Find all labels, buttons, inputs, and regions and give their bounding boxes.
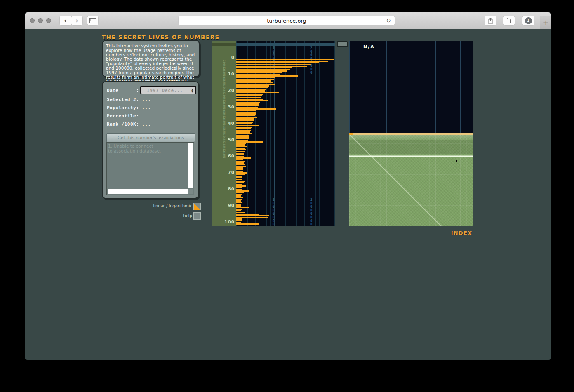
- bar-row[interactable]: [236, 161, 245, 162]
- bar-row[interactable]: [236, 179, 242, 180]
- bar-row[interactable]: [236, 103, 259, 105]
- bar-row[interactable]: [236, 128, 251, 129]
- bar-row[interactable]: [236, 143, 246, 144]
- bar-row[interactable]: [236, 218, 242, 220]
- bar-row[interactable]: [236, 151, 245, 152]
- index-panel[interactable]: N/A: [349, 41, 473, 226]
- bar-row[interactable]: [236, 75, 298, 77]
- bar-row[interactable]: [236, 67, 292, 68]
- mini-gray-box[interactable]: [337, 41, 348, 47]
- bar-row[interactable]: [236, 123, 252, 124]
- bar-row[interactable]: [236, 223, 259, 225]
- bar-row[interactable]: [236, 102, 260, 103]
- bar-row[interactable]: [236, 146, 247, 147]
- bar-row[interactable]: [236, 69, 290, 70]
- bar-row[interactable]: [236, 205, 241, 207]
- bar-row[interactable]: [236, 220, 242, 221]
- bar-row[interactable]: [236, 136, 249, 138]
- bar-row[interactable]: [236, 153, 244, 154]
- bar-row[interactable]: [236, 189, 242, 190]
- back-button[interactable]: ‹: [59, 16, 71, 26]
- bar-row[interactable]: [236, 177, 242, 178]
- bar-row[interactable]: [236, 127, 252, 128]
- bar-row[interactable]: [236, 110, 256, 111]
- bar-row[interactable]: [236, 133, 252, 134]
- bar-row[interactable]: [236, 192, 244, 193]
- bar-row[interactable]: [236, 141, 263, 143]
- bar-row[interactable]: [236, 84, 275, 85]
- bar-row[interactable]: [236, 59, 334, 60]
- bar-row[interactable]: [236, 72, 282, 73]
- bar-row[interactable]: [236, 64, 311, 65]
- new-tab-button[interactable]: +: [540, 16, 551, 29]
- bar-row[interactable]: [236, 181, 245, 182]
- bar-row[interactable]: [236, 162, 244, 164]
- help-button[interactable]: [193, 212, 201, 220]
- downloads-button[interactable]: ↓: [522, 16, 534, 26]
- bar-row[interactable]: [236, 92, 279, 93]
- bar-row[interactable]: [236, 209, 242, 210]
- bar-row[interactable]: [236, 148, 245, 149]
- horizontal-scrollbar[interactable]: [108, 189, 188, 194]
- bar-row[interactable]: [236, 130, 251, 131]
- bar-row[interactable]: [236, 207, 249, 208]
- bar-row[interactable]: [236, 62, 319, 63]
- bar-row[interactable]: [236, 190, 249, 192]
- bar-row[interactable]: [236, 176, 242, 177]
- bar-row[interactable]: [236, 144, 245, 146]
- bar-row[interactable]: [236, 66, 307, 67]
- y-axis-strip[interactable]: 0102030405060708090100 12345678901234567…: [212, 41, 236, 226]
- bar-row[interactable]: [236, 217, 268, 218]
- bar-row[interactable]: [236, 195, 241, 197]
- bar-row[interactable]: [236, 157, 251, 159]
- bar-row[interactable]: [236, 100, 268, 101]
- bar-row[interactable]: [236, 214, 259, 215]
- bar-row[interactable]: [236, 212, 245, 213]
- bar-row[interactable]: [236, 167, 243, 169]
- bar-row[interactable]: [236, 70, 287, 72]
- bar-row[interactable]: [236, 122, 253, 123]
- bar-row[interactable]: [236, 89, 266, 90]
- bar-row[interactable]: [236, 61, 328, 62]
- tab-overview-button[interactable]: [503, 16, 515, 26]
- bar-row[interactable]: [236, 79, 274, 80]
- bar-row[interactable]: [236, 138, 249, 139]
- bar-row[interactable]: [236, 77, 275, 78]
- bar-row[interactable]: [236, 107, 258, 108]
- bar-row[interactable]: [236, 187, 242, 188]
- get-associations-button[interactable]: Get this number's associations: [106, 133, 195, 142]
- bar-row[interactable]: [236, 82, 273, 83]
- bar-row[interactable]: [236, 174, 245, 175]
- bar-row[interactable]: [236, 169, 243, 170]
- bar-row[interactable]: [236, 172, 247, 174]
- bar-row[interactable]: [236, 140, 248, 141]
- bar-row[interactable]: [236, 118, 254, 120]
- bar-row[interactable]: [236, 94, 263, 95]
- minimize-window-button[interactable]: [38, 18, 43, 23]
- bar-row[interactable]: [236, 197, 243, 198]
- vertical-scrollbar[interactable]: [188, 143, 193, 188]
- bar-row[interactable]: [236, 125, 259, 126]
- bar-row[interactable]: [236, 115, 255, 116]
- bar-row[interactable]: [236, 194, 242, 195]
- bar-row[interactable]: [236, 113, 256, 115]
- bar-row[interactable]: [236, 97, 261, 98]
- bar-row[interactable]: [236, 210, 241, 211]
- bar-row[interactable]: [236, 74, 280, 75]
- close-window-button[interactable]: [30, 18, 35, 23]
- bar-row[interactable]: [236, 90, 265, 92]
- date-dropdown[interactable]: 1997 Dece... ▲▼: [140, 86, 196, 94]
- linear-logarithmic-toggle[interactable]: [193, 203, 201, 210]
- bar-row[interactable]: [236, 131, 250, 133]
- share-button[interactable]: [485, 16, 496, 26]
- reload-icon[interactable]: ↻: [386, 17, 391, 24]
- bar-row[interactable]: [236, 154, 244, 155]
- bar-row[interactable]: [236, 171, 243, 172]
- bar-row[interactable]: [236, 222, 241, 223]
- bar-row[interactable]: [236, 99, 263, 100]
- zoom-window-button[interactable]: [46, 18, 51, 23]
- bar-row[interactable]: [236, 112, 256, 113]
- bar-row[interactable]: [236, 182, 244, 183]
- bar-row[interactable]: [236, 200, 241, 202]
- bar-row[interactable]: [236, 120, 254, 121]
